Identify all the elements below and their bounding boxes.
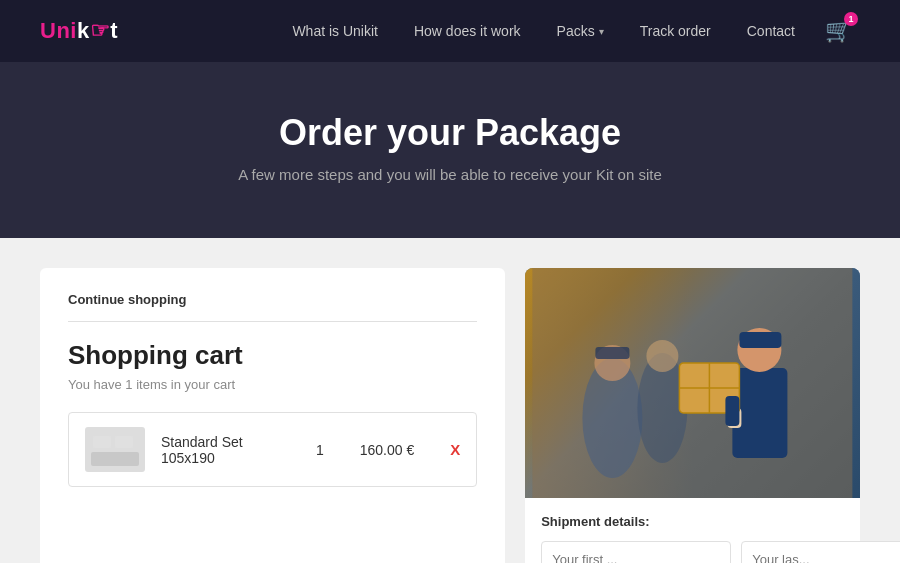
cart-item: Standard Set 105x190 1 160.00 € X (68, 412, 477, 487)
shipment-section: Shipment details: (525, 498, 860, 563)
main-content: Continue shopping Shopping cart You have… (0, 238, 900, 563)
nav-link-how-does-it-work[interactable]: How does it work (400, 15, 535, 47)
logo-text: Unik☞t (40, 18, 118, 44)
last-name-input[interactable] (741, 541, 900, 563)
nav-item-packs[interactable]: Packs ▾ (543, 15, 618, 47)
item-remove-button[interactable]: X (450, 441, 460, 458)
nav-link-track-order[interactable]: Track order (626, 15, 725, 47)
svg-rect-13 (726, 396, 740, 426)
bed-icon (89, 432, 141, 468)
bed-pillow2 (115, 436, 133, 448)
logo-kit: t (110, 18, 118, 43)
nav-link-contact[interactable]: Contact (733, 15, 809, 47)
hero-title: Order your Package (20, 112, 880, 154)
logo[interactable]: Unik☞t (40, 18, 118, 44)
item-image (85, 427, 145, 472)
logo-icon-char: k (77, 18, 90, 43)
item-price: 160.00 € (360, 442, 415, 458)
delivery-background (525, 268, 860, 498)
chevron-down-icon: ▾ (599, 26, 604, 37)
right-panel: Shipment details: (525, 268, 860, 563)
nav-list: What is Unikit How does it work Packs ▾ … (278, 15, 809, 47)
nav-item-how-does-it-work[interactable]: How does it work (400, 22, 535, 40)
shipment-title: Shipment details: (541, 514, 844, 529)
nav-link-what-is[interactable]: What is Unikit (278, 15, 392, 47)
svg-point-4 (647, 340, 679, 372)
svg-rect-8 (740, 332, 782, 348)
cart-button[interactable]: 🛒 1 (817, 10, 860, 52)
svg-rect-5 (596, 347, 630, 359)
nav-item-what-is[interactable]: What is Unikit (278, 22, 392, 40)
first-name-input[interactable] (541, 541, 731, 563)
hero-subtitle: A few more steps and you will be able to… (20, 166, 880, 183)
cart-title: Shopping cart (68, 340, 477, 371)
continue-shopping-link[interactable]: Continue shopping (68, 292, 477, 322)
logo-uni: Uni (40, 18, 77, 43)
bed-pillow1 (93, 436, 111, 448)
nav-item-track-order[interactable]: Track order (626, 22, 725, 40)
bed-base (91, 452, 139, 466)
cart-section: Continue shopping Shopping cart You have… (40, 268, 505, 563)
cart-badge: 1 (844, 12, 858, 26)
cart-subtitle: You have 1 items in your cart (68, 377, 477, 392)
nav-item-contact[interactable]: Contact (733, 22, 809, 40)
nav-link-packs[interactable]: Packs ▾ (543, 15, 618, 47)
hero-section: Order your Package A few more steps and … (0, 62, 900, 238)
shipment-form-row (541, 541, 844, 563)
delivery-image (525, 268, 860, 498)
navigation: Unik☞t What is Unikit How does it work P… (0, 0, 900, 62)
delivery-scene-svg (525, 268, 860, 498)
packs-label: Packs (557, 23, 595, 39)
item-quantity: 1 (316, 442, 324, 458)
item-name: Standard Set 105x190 (161, 434, 280, 466)
